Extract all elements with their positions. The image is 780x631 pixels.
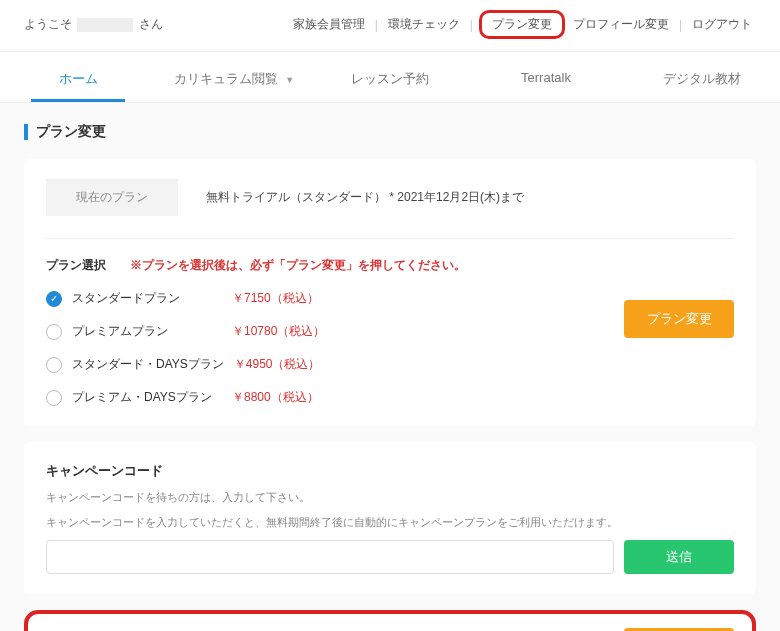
plan-option-premium-days[interactable]: プレミアム・DAYSプラン ￥8800（税込） xyxy=(46,389,325,406)
username-masked xyxy=(77,18,133,32)
plan-name: プレミアム・DAYSプラン xyxy=(72,389,222,406)
nav-family[interactable]: 家族会員管理 xyxy=(289,14,369,35)
radio-icon xyxy=(46,357,62,373)
plan-name: スタンダードプラン xyxy=(72,290,222,307)
page-title: プラン変更 xyxy=(24,123,756,141)
plan-option-premium[interactable]: プレミアムプラン ￥10780（税込） xyxy=(46,323,325,340)
greeting-suffix: さん xyxy=(139,17,163,31)
tab-lesson-label: レッスン予約 xyxy=(351,71,429,86)
page-title-text: プラン変更 xyxy=(36,123,106,141)
nav-envcheck[interactable]: 環境チェック xyxy=(384,14,464,35)
divider xyxy=(46,238,734,239)
nav-planchange[interactable]: プラン変更 xyxy=(488,15,556,33)
campaign-note-1: キャンペーンコードを待ちの方は、入力して下さい。 xyxy=(46,490,734,505)
campaign-code-input[interactable] xyxy=(46,540,614,574)
plan-option-standard-days[interactable]: スタンダード・DAYSプラン ￥4950（税込） xyxy=(46,356,325,373)
trial-end-card: 無料トライアル終了 終了 xyxy=(24,610,756,631)
radio-icon xyxy=(46,390,62,406)
tab-bar: ホーム カリキュラム閲覧 ▼ レッスン予約 Terratalk デジタル教材 xyxy=(0,51,780,103)
plan-select-warning: ※プランを選択後は、必ず「プラン変更」を押してください。 xyxy=(130,257,466,274)
tab-home-label: ホーム xyxy=(59,71,98,86)
plan-name: スタンダード・DAYSプラン xyxy=(72,356,224,373)
greeting-text: ようこそ さん xyxy=(24,16,163,33)
tab-digital[interactable]: デジタル教材 xyxy=(624,52,780,103)
current-plan-value: 無料トライアル（スタンダード） * 2021年12月2日(木)まで xyxy=(206,189,524,206)
plan-price: ￥7150（税込） xyxy=(232,290,319,307)
tab-curriculum[interactable]: カリキュラム閲覧 ▼ xyxy=(156,52,312,103)
nav-separator: | xyxy=(375,18,378,32)
tab-home[interactable]: ホーム xyxy=(0,52,156,103)
plan-card: 現在のプラン 無料トライアル（スタンダード） * 2021年12月2日(木)まで… xyxy=(24,159,756,426)
plan-price: ￥4950（税込） xyxy=(234,356,321,373)
plan-price: ￥10780（税込） xyxy=(232,323,325,340)
plan-select-header: プラン選択 ※プランを選択後は、必ず「プラン変更」を押してください。 xyxy=(46,257,734,274)
greeting-prefix: ようこそ xyxy=(24,17,72,31)
campaign-card: キャンペーンコード キャンペーンコードを待ちの方は、入力して下さい。 キャンペー… xyxy=(24,442,756,594)
nav-profile[interactable]: プロフィール変更 xyxy=(569,14,673,35)
radio-icon xyxy=(46,291,62,307)
nav-logout[interactable]: ログアウト xyxy=(688,14,756,35)
plan-price: ￥8800（税込） xyxy=(232,389,319,406)
campaign-note-2: キャンペーンコードを入力していただくと、無料期間終了後に自動的にキャンペーンプラ… xyxy=(46,515,734,530)
highlight-planchange: プラン変更 xyxy=(479,10,565,39)
radio-icon xyxy=(46,324,62,340)
chevron-down-icon: ▼ xyxy=(285,75,294,85)
plan-name: プレミアムプラン xyxy=(72,323,222,340)
tab-curriculum-label: カリキュラム閲覧 xyxy=(174,71,278,86)
plan-select-label: プラン選択 xyxy=(46,257,106,274)
current-plan-label: 現在のプラン xyxy=(46,179,178,216)
plan-change-button[interactable]: プラン変更 xyxy=(624,300,734,338)
tab-lesson[interactable]: レッスン予約 xyxy=(312,52,468,103)
nav-separator: | xyxy=(679,18,682,32)
tab-terratalk-label: Terratalk xyxy=(521,70,571,85)
top-nav: 家族会員管理 | 環境チェック | プラン変更 プロフィール変更 | ログアウト xyxy=(289,10,756,39)
tab-terratalk[interactable]: Terratalk xyxy=(468,52,624,103)
tab-digital-label: デジタル教材 xyxy=(663,71,741,86)
plan-list: スタンダードプラン ￥7150（税込） プレミアムプラン ￥10780（税込） … xyxy=(46,290,325,406)
send-button[interactable]: 送信 xyxy=(624,540,734,574)
current-plan-row: 現在のプラン 無料トライアル（スタンダード） * 2021年12月2日(木)まで xyxy=(46,179,734,216)
nav-separator: | xyxy=(470,18,473,32)
plan-option-standard[interactable]: スタンダードプラン ￥7150（税込） xyxy=(46,290,325,307)
campaign-title: キャンペーンコード xyxy=(46,462,734,480)
